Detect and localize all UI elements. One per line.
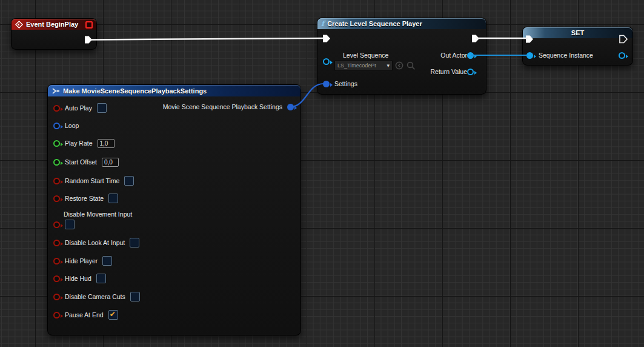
exec-out-pin[interactable] (619, 35, 628, 44)
value-field-start-offset[interactable] (102, 158, 119, 167)
input-row-start-offset: Start Offset (48, 157, 119, 167)
checkbox-hide-hud[interactable] (96, 274, 106, 283)
node-header[interactable]: f Create Level Sequence Player (317, 18, 486, 29)
input-row-disable-camera-cuts: Disable Camera Cuts (48, 292, 140, 302)
asset-name: LS_TimecodePr (337, 62, 376, 69)
checkbox-hide-player[interactable] (102, 256, 112, 266)
node-title: Event BeginPlay (26, 21, 78, 28)
event-diamond-icon (15, 21, 23, 29)
pin-label-sequence-instance: Sequence Instance (539, 52, 593, 59)
level-sequence-pin[interactable] (323, 58, 330, 65)
input-row-hide-hud: Hide Hud (48, 274, 106, 283)
node-header[interactable]: Event BeginPlay (12, 19, 96, 30)
node-title: Make MovieSceneSequencePlaybackSettings (63, 87, 207, 95)
input-row-disable-look-at-input: Disable Look At Input (48, 238, 139, 248)
checkbox-disable-movement-input[interactable] (65, 220, 75, 229)
node-header[interactable]: Make MovieSceneSequencePlaybackSettings (48, 85, 300, 96)
pin-label-disable-look-at-input: Disable Look At Input (65, 239, 125, 246)
node-title: SET (571, 29, 584, 36)
pin-label-out-actor: Out Actor (440, 52, 467, 59)
input-row-random-start-time: Random Start Time (48, 176, 134, 186)
node-create-level-sequence-player[interactable]: f Create Level Sequence Player Level Seq… (317, 18, 486, 95)
pin-random-start-time[interactable] (53, 178, 60, 184)
exec-out-pin[interactable] (84, 35, 93, 44)
exec-out-pin[interactable] (471, 34, 480, 43)
pin-hide-hud[interactable] (53, 275, 60, 282)
input-row-play-rate: Play Rate (48, 138, 115, 148)
pin-loop[interactable] (53, 123, 60, 129)
input-row-auto-play: Auto Play (48, 103, 107, 113)
checkbox-auto-play[interactable] (97, 103, 107, 113)
pin-label-settings: Settings (334, 80, 357, 87)
checkbox-disable-camera-cuts[interactable] (130, 292, 140, 302)
pin-pause-at-end[interactable] (53, 312, 60, 318)
pin-label-loop: Loop (65, 122, 79, 129)
pin-label-return-value: Return Value (430, 68, 467, 75)
input-row-restore-state: Restore State (48, 194, 118, 203)
pin-label-output: Movie Scene Sequence Playback Settings (163, 103, 282, 110)
wire-exec-beginplay-to-create (90, 38, 324, 40)
exec-in-pin[interactable] (525, 35, 534, 44)
exec-in-pin[interactable] (322, 34, 331, 43)
playback-settings-out-pin[interactable] (287, 104, 294, 110)
input-row-pause-at-end: Pause At End (48, 310, 118, 320)
checkbox-disable-look-at-input[interactable] (130, 238, 139, 248)
pin-label-auto-play: Auto Play (65, 104, 92, 112)
pin-label-level-sequence: Level Sequence (343, 52, 388, 59)
pin-hide-player[interactable] (53, 258, 60, 264)
out-actor-pin[interactable] (467, 52, 474, 59)
pin-label-play-rate: Play Rate (65, 140, 93, 147)
return-value-pin[interactable] (467, 69, 474, 75)
checkbox-restore-state[interactable] (108, 194, 118, 203)
pin-play-rate[interactable] (53, 140, 60, 147)
sequence-instance-in-pin[interactable] (526, 52, 533, 59)
sequence-instance-out-pin[interactable] (619, 52, 625, 59)
node-set-sequence-instance[interactable]: SET Sequence Instance (522, 27, 633, 66)
pin-disable-look-at-input[interactable] (53, 240, 60, 246)
value-field-play-rate[interactable] (98, 139, 115, 148)
node-title: Create Level Sequence Player (327, 20, 422, 27)
pin-start-offset[interactable] (53, 159, 60, 166)
pin-label-restore-state: Restore State (65, 195, 104, 202)
pin-label-disable-camera-cuts: Disable Camera Cuts (65, 293, 125, 300)
pin-restore-state[interactable] (53, 195, 60, 202)
pin-label-disable-movement-input: Disable Movement Input (64, 211, 132, 218)
input-row-disable-movement-input: Disable Movement Input (48, 211, 132, 229)
output-row: Movie Scene Sequence Playback Settings (163, 103, 294, 110)
checkbox-pause-at-end[interactable] (108, 310, 118, 320)
checkbox-random-start-time[interactable] (124, 176, 134, 186)
browse-asset-icon[interactable] (407, 61, 416, 70)
input-row-hide-player: Hide Player (48, 256, 112, 266)
chevron-down-icon: ▾ (387, 63, 390, 69)
pin-label-pause-at-end: Pause At End (65, 311, 104, 318)
pin-auto-play[interactable] (53, 105, 60, 112)
pin-label-hide-player: Hide Player (65, 257, 98, 264)
delegate-pin-icon[interactable] (85, 21, 93, 29)
settings-pin[interactable] (323, 81, 330, 87)
pin-label-random-start-time: Random Start Time (65, 177, 119, 184)
node-header[interactable]: SET (523, 27, 632, 38)
pin-disable-camera-cuts[interactable] (53, 294, 60, 300)
make-struct-icon (51, 87, 60, 95)
function-icon: f (321, 20, 324, 27)
pin-label-start-offset: Start Offset (65, 158, 97, 166)
pin-disable-movement-input[interactable] (53, 221, 60, 228)
input-row-loop: Loop (48, 121, 79, 130)
level-sequence-asset-dropdown[interactable]: LS_TimecodePr ▾ (334, 60, 393, 71)
use-selected-asset-icon[interactable] (395, 61, 403, 70)
node-event-beginplay[interactable]: Event BeginPlay (11, 18, 97, 50)
node-make-moviescene-playback-settings[interactable]: Make MovieSceneSequencePlaybackSettings … (47, 84, 301, 335)
pin-label-hide-hud: Hide Hud (65, 275, 91, 282)
